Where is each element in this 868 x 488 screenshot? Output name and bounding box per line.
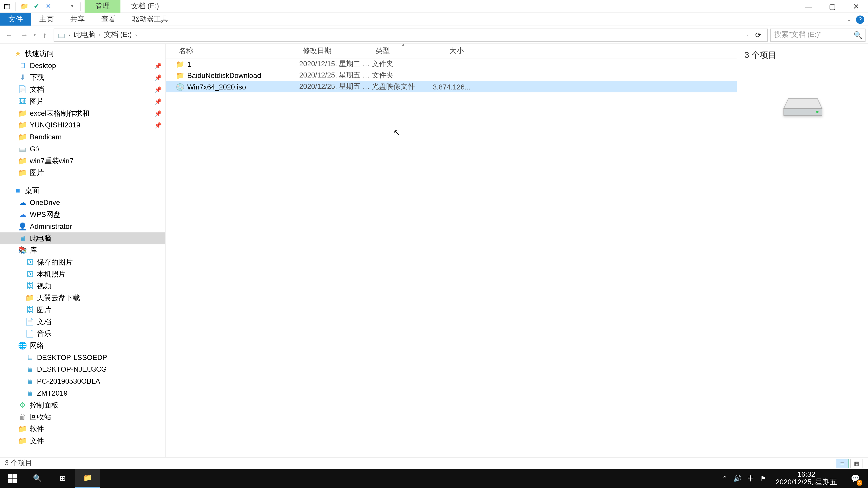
chevron-down-icon[interactable]: ▾ bbox=[67, 2, 77, 11]
tree-item[interactable]: 🖥此电脑 bbox=[0, 232, 165, 244]
file-row[interactable]: 📁12020/12/15, 星期二 1...文件夹 bbox=[166, 58, 737, 70]
maximize-button[interactable]: ▢ bbox=[820, 0, 844, 13]
tree-item[interactable]: 📁文件 bbox=[0, 435, 165, 447]
help-icon[interactable]: ? bbox=[856, 15, 864, 24]
tree-item[interactable]: 🖥PC-20190530OBLA bbox=[0, 375, 165, 387]
search-input[interactable]: 搜索"文档 (E:)" 🔍 bbox=[770, 28, 866, 41]
ime-indicator[interactable]: 中 bbox=[747, 474, 754, 483]
folder-icon: 📁 bbox=[18, 108, 27, 118]
separator bbox=[81, 2, 81, 10]
tree-quick-access[interactable]: ★ 快速访问 bbox=[0, 48, 165, 60]
tree-item[interactable]: 🖼图片 bbox=[0, 304, 165, 316]
clock[interactable]: 16:32 2020/12/25, 星期五 bbox=[772, 470, 841, 486]
icons-view-button[interactable]: ▦ bbox=[850, 458, 863, 468]
tree-item[interactable]: 🖥DESKTOP-NJEU3CG bbox=[0, 363, 165, 376]
tree-item[interactable]: 📁图片 bbox=[0, 167, 165, 179]
minimize-button[interactable]: — bbox=[796, 0, 820, 13]
crumb-drive-e[interactable]: 文档 (E:) bbox=[103, 30, 133, 40]
label: 音乐 bbox=[37, 328, 51, 339]
contextual-tab[interactable]: 管理 bbox=[85, 0, 120, 13]
tree-desktop-root[interactable]: ■ 桌面 bbox=[0, 185, 165, 197]
ribbon-tab-view[interactable]: 查看 bbox=[93, 13, 124, 26]
search-button[interactable]: 🔍 bbox=[25, 469, 50, 488]
tree-item[interactable]: 📚库 bbox=[0, 244, 165, 256]
tree-item[interactable]: 🖼视频 bbox=[0, 280, 165, 292]
navigation-pane[interactable]: ★ 快速访问 🖥Desktop📌⬇下载📌📄文档📌🖼图片📌📁excel表格制作求和… bbox=[0, 44, 166, 457]
crumb-this-pc[interactable]: 此电脑 bbox=[72, 30, 96, 40]
ribbon-tab-share[interactable]: 共享 bbox=[62, 13, 93, 26]
tree-item[interactable]: 📁excel表格制作求和📌 bbox=[0, 107, 165, 119]
tree-item[interactable]: 📄文档📌 bbox=[0, 84, 165, 95]
tree-item[interactable]: 🖥DESKTOP-LSSOEDP bbox=[0, 352, 165, 363]
close-icon[interactable]: ✕ bbox=[43, 2, 53, 11]
tree-item[interactable]: 📁Bandicam bbox=[0, 131, 165, 143]
task-view-button[interactable]: ⊞ bbox=[50, 469, 75, 488]
tree-item[interactable]: 📄文档 bbox=[0, 316, 165, 328]
details-view-button[interactable]: ≣ bbox=[836, 458, 849, 468]
pc-icon: 🖥 bbox=[18, 234, 27, 243]
chevron-right-icon[interactable]: › bbox=[67, 32, 71, 37]
tree-item[interactable]: 📁软件 bbox=[0, 423, 165, 435]
tree-item[interactable]: 📁天翼云盘下载 bbox=[0, 292, 165, 304]
label: 网络 bbox=[30, 340, 44, 351]
tree-item[interactable]: 🖥Desktop📌 bbox=[0, 60, 165, 72]
tree-item[interactable]: ☁WPS网盘 bbox=[0, 208, 165, 221]
chevron-right-icon[interactable]: › bbox=[134, 32, 138, 37]
column-header-name[interactable]: 名称 bbox=[175, 46, 299, 56]
label: G:\ bbox=[30, 145, 39, 153]
tree-item[interactable]: 🌐网络 bbox=[0, 339, 165, 352]
tree-item[interactable]: ☁OneDrive bbox=[0, 197, 165, 208]
up-button[interactable]: ↑ bbox=[38, 28, 51, 41]
tree-item[interactable]: 🖴G:\ bbox=[0, 143, 165, 155]
pin-icon: 📌 bbox=[154, 122, 162, 128]
back-button[interactable]: ← bbox=[2, 28, 16, 41]
tree-item[interactable]: 🖼图片📌 bbox=[0, 95, 165, 107]
preview-item-count: 3 个项目 bbox=[745, 50, 861, 61]
tree-item[interactable]: 📁win7重装win7 bbox=[0, 155, 165, 167]
folder-icon: 📁 bbox=[18, 424, 27, 434]
label: 快速访问 bbox=[25, 48, 54, 59]
file-date: 2020/12/25, 星期五 1... bbox=[299, 70, 372, 80]
explorer-taskbar-button[interactable]: 📁 bbox=[75, 469, 100, 488]
collapse-ribbon-icon[interactable]: ⌄ bbox=[846, 16, 851, 23]
tree-item[interactable]: 📄音乐 bbox=[0, 328, 165, 339]
tree-item[interactable]: 📁YUNQISHI2019📌 bbox=[0, 119, 165, 131]
ribbon-tab-drive-tools[interactable]: 驱动器工具 bbox=[124, 13, 176, 26]
action-center-button[interactable]: 💬 3 bbox=[846, 469, 864, 488]
folder-icon[interactable]: 📁 bbox=[20, 2, 29, 11]
tree-item[interactable]: 👤Administrator bbox=[0, 221, 165, 232]
tree-item[interactable]: 🗑回收站 bbox=[0, 411, 165, 423]
tree-item[interactable]: 🖥ZMT2019 bbox=[0, 387, 165, 399]
chevron-right-icon[interactable]: › bbox=[98, 32, 102, 37]
tree-item[interactable]: ⬇下载📌 bbox=[0, 71, 165, 84]
folder-icon: 📁 bbox=[18, 121, 27, 130]
close-button[interactable]: ✕ bbox=[844, 0, 868, 13]
column-header-type[interactable]: 类型 bbox=[372, 46, 433, 56]
tree-item[interactable]: 🖼保存的图片 bbox=[0, 256, 165, 268]
properties-icon[interactable]: ☰ bbox=[55, 2, 65, 11]
folder-icon: 📁 bbox=[175, 70, 185, 80]
file-tab[interactable]: 文件 bbox=[0, 13, 31, 26]
volume-icon[interactable]: 🔊 bbox=[733, 475, 742, 482]
file-list[interactable]: ▲ 名称 修改日期 类型 大小 📁12020/12/15, 星期二 1...文件… bbox=[166, 44, 737, 457]
column-header-date[interactable]: 修改日期 bbox=[299, 46, 372, 56]
column-header-size[interactable]: 大小 bbox=[433, 46, 467, 56]
history-dropdown-icon[interactable]: ▾ bbox=[33, 32, 36, 37]
title-bar: 🗔 📁 ✔ ✕ ☰ ▾ 管理 文档 (E:) — ▢ ✕ bbox=[0, 0, 868, 13]
file-type: 文件夹 bbox=[372, 59, 433, 69]
forward-button[interactable]: → bbox=[18, 28, 31, 41]
check-icon[interactable]: ✔ bbox=[32, 2, 41, 11]
tree-item[interactable]: ⚙控制面板 bbox=[0, 399, 165, 411]
refresh-button[interactable]: ⟳ bbox=[752, 28, 765, 41]
search-icon[interactable]: 🔍 bbox=[854, 31, 863, 39]
breadcrumb[interactable]: 🖴 › 此电脑 › 文档 (E:) › ⌄ ⟳ bbox=[54, 28, 768, 41]
chevron-down-icon[interactable]: ⌄ bbox=[746, 32, 750, 37]
ribbon-tab-home[interactable]: 主页 bbox=[31, 13, 62, 26]
start-button[interactable] bbox=[0, 469, 25, 488]
tree-item[interactable]: 🖼本机照片 bbox=[0, 268, 165, 280]
tray-chevron-up-icon[interactable]: ⌃ bbox=[722, 475, 727, 482]
label: 保存的图片 bbox=[37, 257, 72, 267]
file-row[interactable]: 💿Win7x64_2020.iso2020/12/25, 星期五 1...光盘映… bbox=[166, 81, 737, 92]
file-row[interactable]: 📁BaiduNetdiskDownload2020/12/25, 星期五 1..… bbox=[166, 70, 737, 81]
security-icon[interactable]: ⚑ bbox=[760, 475, 766, 482]
